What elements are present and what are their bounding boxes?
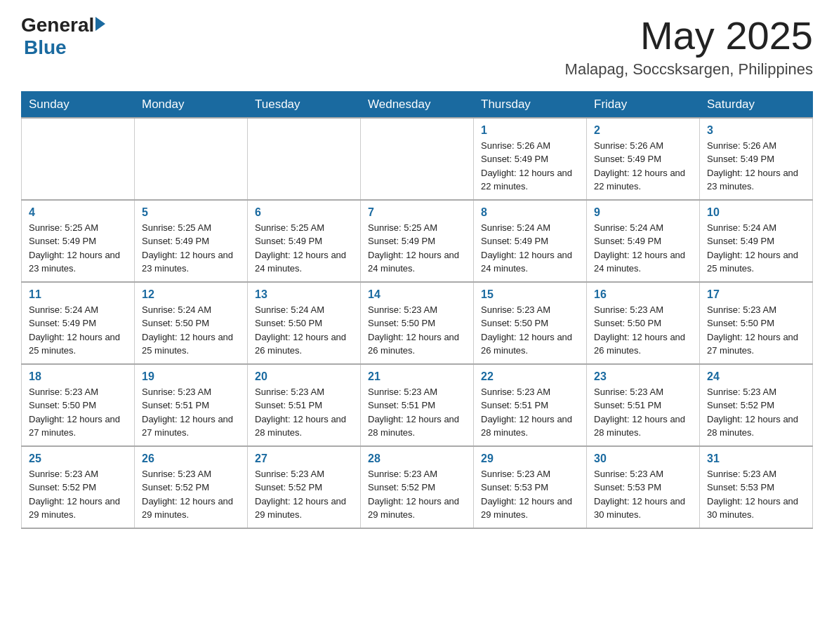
title-area: May 2025 Malapag, Soccsksargen, Philippi… xyxy=(565,14,813,79)
calendar-cell: 28Sunrise: 5:23 AMSunset: 5:52 PMDayligh… xyxy=(361,446,474,528)
calendar-cell: 17Sunrise: 5:23 AMSunset: 5:50 PMDayligh… xyxy=(700,282,813,364)
calendar-cell: 10Sunrise: 5:24 AMSunset: 5:49 PMDayligh… xyxy=(700,200,813,282)
day-info: Sunrise: 5:23 AMSunset: 5:53 PMDaylight:… xyxy=(594,467,692,522)
day-number: 16 xyxy=(594,288,692,301)
calendar-cell: 18Sunrise: 5:23 AMSunset: 5:50 PMDayligh… xyxy=(22,364,135,446)
calendar-cell: 24Sunrise: 5:23 AMSunset: 5:52 PMDayligh… xyxy=(700,364,813,446)
calendar-cell xyxy=(361,118,474,200)
day-info: Sunrise: 5:23 AMSunset: 5:52 PMDaylight:… xyxy=(142,467,240,522)
calendar-cell: 9Sunrise: 5:24 AMSunset: 5:49 PMDaylight… xyxy=(587,200,700,282)
calendar-cell: 6Sunrise: 5:25 AMSunset: 5:49 PMDaylight… xyxy=(248,200,361,282)
day-number: 27 xyxy=(255,452,353,465)
logo-arrow-icon xyxy=(95,17,105,31)
day-number: 6 xyxy=(255,206,353,219)
day-info: Sunrise: 5:23 AMSunset: 5:51 PMDaylight:… xyxy=(594,385,692,440)
calendar-week-row: 18Sunrise: 5:23 AMSunset: 5:50 PMDayligh… xyxy=(22,364,813,446)
day-number: 13 xyxy=(255,288,353,301)
calendar-cell: 12Sunrise: 5:24 AMSunset: 5:50 PMDayligh… xyxy=(135,282,248,364)
calendar-cell: 22Sunrise: 5:23 AMSunset: 5:51 PMDayligh… xyxy=(474,364,587,446)
logo-general-text: General xyxy=(21,14,94,36)
calendar-header-thursday: Thursday xyxy=(474,91,587,118)
day-number: 24 xyxy=(707,370,805,383)
calendar-cell xyxy=(22,118,135,200)
day-info: Sunrise: 5:25 AMSunset: 5:49 PMDaylight:… xyxy=(142,221,240,276)
calendar-cell: 7Sunrise: 5:25 AMSunset: 5:49 PMDaylight… xyxy=(361,200,474,282)
day-number: 2 xyxy=(594,124,692,137)
day-number: 5 xyxy=(142,206,240,219)
calendar-cell: 14Sunrise: 5:23 AMSunset: 5:50 PMDayligh… xyxy=(361,282,474,364)
day-info: Sunrise: 5:24 AMSunset: 5:49 PMDaylight:… xyxy=(29,303,127,358)
day-info: Sunrise: 5:23 AMSunset: 5:53 PMDaylight:… xyxy=(481,467,579,522)
day-info: Sunrise: 5:23 AMSunset: 5:53 PMDaylight:… xyxy=(707,467,805,522)
day-info: Sunrise: 5:26 AMSunset: 5:49 PMDaylight:… xyxy=(594,139,692,194)
day-number: 9 xyxy=(594,206,692,219)
calendar-header-row: SundayMondayTuesdayWednesdayThursdayFrid… xyxy=(22,91,813,118)
calendar-cell: 29Sunrise: 5:23 AMSunset: 5:53 PMDayligh… xyxy=(474,446,587,528)
day-number: 22 xyxy=(481,370,579,383)
day-number: 8 xyxy=(481,206,579,219)
calendar-cell: 31Sunrise: 5:23 AMSunset: 5:53 PMDayligh… xyxy=(700,446,813,528)
day-number: 10 xyxy=(707,206,805,219)
day-info: Sunrise: 5:23 AMSunset: 5:51 PMDaylight:… xyxy=(481,385,579,440)
day-number: 18 xyxy=(29,370,127,383)
calendar-cell: 1Sunrise: 5:26 AMSunset: 5:49 PMDaylight… xyxy=(474,118,587,200)
calendar-cell: 15Sunrise: 5:23 AMSunset: 5:50 PMDayligh… xyxy=(474,282,587,364)
calendar-cell xyxy=(135,118,248,200)
logo: General Blue xyxy=(21,14,105,59)
page-header: General Blue May 2025 Malapag, Soccsksar… xyxy=(21,14,813,79)
day-info: Sunrise: 5:26 AMSunset: 5:49 PMDaylight:… xyxy=(707,139,805,194)
day-info: Sunrise: 5:23 AMSunset: 5:52 PMDaylight:… xyxy=(707,385,805,440)
calendar-cell: 8Sunrise: 5:24 AMSunset: 5:49 PMDaylight… xyxy=(474,200,587,282)
calendar-week-row: 25Sunrise: 5:23 AMSunset: 5:52 PMDayligh… xyxy=(22,446,813,528)
day-info: Sunrise: 5:24 AMSunset: 5:49 PMDaylight:… xyxy=(481,221,579,276)
calendar-header-tuesday: Tuesday xyxy=(248,91,361,118)
calendar-cell: 5Sunrise: 5:25 AMSunset: 5:49 PMDaylight… xyxy=(135,200,248,282)
calendar-header-saturday: Saturday xyxy=(700,91,813,118)
day-number: 1 xyxy=(481,124,579,137)
calendar-cell: 19Sunrise: 5:23 AMSunset: 5:51 PMDayligh… xyxy=(135,364,248,446)
day-info: Sunrise: 5:24 AMSunset: 5:50 PMDaylight:… xyxy=(142,303,240,358)
calendar-cell: 4Sunrise: 5:25 AMSunset: 5:49 PMDaylight… xyxy=(22,200,135,282)
calendar-cell: 30Sunrise: 5:23 AMSunset: 5:53 PMDayligh… xyxy=(587,446,700,528)
day-info: Sunrise: 5:24 AMSunset: 5:49 PMDaylight:… xyxy=(707,221,805,276)
calendar-week-row: 11Sunrise: 5:24 AMSunset: 5:49 PMDayligh… xyxy=(22,282,813,364)
day-info: Sunrise: 5:23 AMSunset: 5:51 PMDaylight:… xyxy=(142,385,240,440)
day-number: 12 xyxy=(142,288,240,301)
calendar-week-row: 1Sunrise: 5:26 AMSunset: 5:49 PMDaylight… xyxy=(22,118,813,200)
location-title: Malapag, Soccsksargen, Philippines xyxy=(565,60,813,79)
calendar-cell: 16Sunrise: 5:23 AMSunset: 5:50 PMDayligh… xyxy=(587,282,700,364)
day-number: 30 xyxy=(594,452,692,465)
calendar-cell: 26Sunrise: 5:23 AMSunset: 5:52 PMDayligh… xyxy=(135,446,248,528)
day-info: Sunrise: 5:23 AMSunset: 5:50 PMDaylight:… xyxy=(368,303,466,358)
day-number: 4 xyxy=(29,206,127,219)
day-info: Sunrise: 5:24 AMSunset: 5:50 PMDaylight:… xyxy=(255,303,353,358)
day-info: Sunrise: 5:25 AMSunset: 5:49 PMDaylight:… xyxy=(29,221,127,276)
day-info: Sunrise: 5:23 AMSunset: 5:51 PMDaylight:… xyxy=(255,385,353,440)
calendar-cell: 25Sunrise: 5:23 AMSunset: 5:52 PMDayligh… xyxy=(22,446,135,528)
day-info: Sunrise: 5:25 AMSunset: 5:49 PMDaylight:… xyxy=(368,221,466,276)
month-title: May 2025 xyxy=(565,14,813,58)
calendar-header-wednesday: Wednesday xyxy=(361,91,474,118)
calendar-cell: 27Sunrise: 5:23 AMSunset: 5:52 PMDayligh… xyxy=(248,446,361,528)
calendar-week-row: 4Sunrise: 5:25 AMSunset: 5:49 PMDaylight… xyxy=(22,200,813,282)
calendar-cell xyxy=(248,118,361,200)
day-info: Sunrise: 5:23 AMSunset: 5:50 PMDaylight:… xyxy=(594,303,692,358)
calendar-cell: 21Sunrise: 5:23 AMSunset: 5:51 PMDayligh… xyxy=(361,364,474,446)
day-info: Sunrise: 5:24 AMSunset: 5:49 PMDaylight:… xyxy=(594,221,692,276)
day-number: 11 xyxy=(29,288,127,301)
calendar-cell: 23Sunrise: 5:23 AMSunset: 5:51 PMDayligh… xyxy=(587,364,700,446)
day-info: Sunrise: 5:23 AMSunset: 5:52 PMDaylight:… xyxy=(255,467,353,522)
day-number: 25 xyxy=(29,452,127,465)
day-info: Sunrise: 5:23 AMSunset: 5:50 PMDaylight:… xyxy=(707,303,805,358)
calendar-header-friday: Friday xyxy=(587,91,700,118)
day-number: 20 xyxy=(255,370,353,383)
day-info: Sunrise: 5:25 AMSunset: 5:49 PMDaylight:… xyxy=(255,221,353,276)
day-info: Sunrise: 5:26 AMSunset: 5:49 PMDaylight:… xyxy=(481,139,579,194)
calendar-table: SundayMondayTuesdayWednesdayThursdayFrid… xyxy=(21,91,813,529)
day-number: 23 xyxy=(594,370,692,383)
calendar-header-sunday: Sunday xyxy=(22,91,135,118)
calendar-header-monday: Monday xyxy=(135,91,248,118)
calendar-cell: 11Sunrise: 5:24 AMSunset: 5:49 PMDayligh… xyxy=(22,282,135,364)
day-info: Sunrise: 5:23 AMSunset: 5:51 PMDaylight:… xyxy=(368,385,466,440)
day-number: 3 xyxy=(707,124,805,137)
